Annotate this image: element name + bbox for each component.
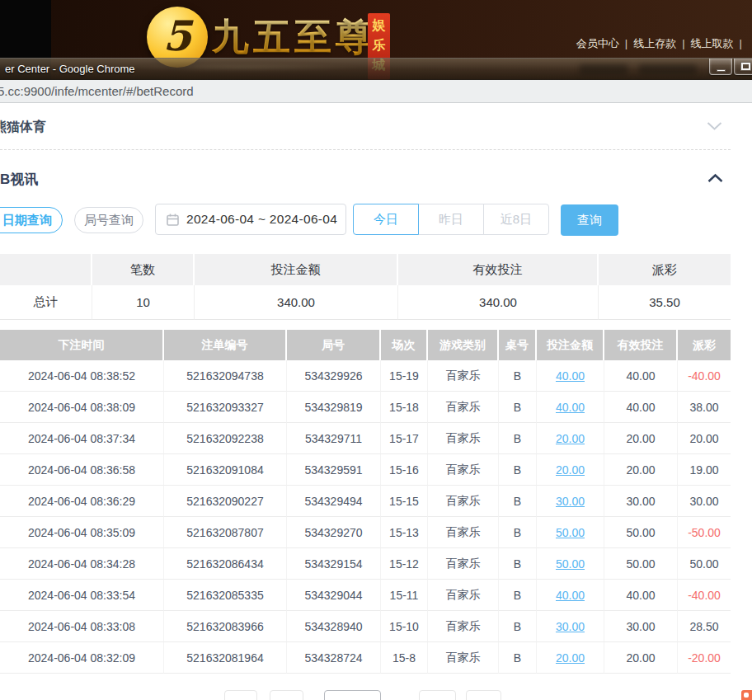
bet-amount-link[interactable]: 40.00 [556, 589, 585, 602]
chevron-down-icon[interactable] [707, 121, 722, 131]
url-text: 5.cc:9900/infe/mcenter/#/betRecord [0, 84, 194, 98]
table-cell: B [499, 517, 537, 548]
table-cell: B [499, 423, 537, 454]
table-cell: 40.00 [537, 360, 604, 392]
table-cell: 40.00 [604, 580, 678, 611]
table-row: 2024-06-04 08:33:08521632083966534328940… [0, 611, 731, 642]
table-cell: 2024-06-04 08:34:28 [0, 548, 164, 580]
table-cell: 百家乐 [428, 517, 499, 548]
table-cell: 40.00 [604, 392, 678, 423]
date-range-picker[interactable]: 2024-06-04 ~ 2024-06-04 [155, 204, 346, 235]
table-cell: 50.00 [604, 517, 678, 548]
table-cell: 534329044 [287, 580, 381, 611]
censored-text-block [580, 64, 627, 75]
nav-online-deposit[interactable]: 线上存款 [633, 37, 676, 49]
section-divider [0, 149, 731, 150]
summary-payout-value: 35.50 [599, 285, 731, 320]
table-cell: 百家乐 [428, 360, 499, 392]
bet-amount-link[interactable]: 20.00 [556, 651, 585, 665]
pagination-page-size-select[interactable] [324, 690, 381, 700]
table-cell: -40.00 [678, 360, 731, 392]
table-cell: 521632092238 [164, 423, 287, 454]
table-cell: 2024-06-04 08:33:08 [0, 611, 164, 642]
column-header: 下注时间 [0, 330, 164, 360]
table-cell: 534329591 [287, 454, 381, 486]
date-query-tab[interactable]: 日期查询 [0, 207, 63, 233]
table-cell: 40.00 [537, 580, 604, 611]
table-cell: 521632085335 [164, 580, 287, 611]
table-cell: 百家乐 [428, 486, 499, 517]
today-button[interactable]: 今日 [353, 204, 419, 235]
table-cell: 百家乐 [428, 392, 499, 423]
table-cell: B [499, 642, 537, 674]
bet-amount-link[interactable]: 40.00 [556, 369, 585, 383]
table-cell: 百家乐 [428, 580, 499, 611]
summary-table: 笔数 投注金额 有效投注 派彩 总计 10 340.00 340.00 35.5… [0, 254, 731, 320]
table-cell: 20.00 [604, 454, 678, 486]
yesterday-button[interactable]: 昨日 [418, 204, 484, 235]
table-cell: 521632087807 [164, 517, 287, 548]
badge-char: 娱 [373, 16, 386, 35]
brand-logo-text: 九五至尊 [212, 12, 377, 62]
quick-range-group: 今日 昨日 近8日 [353, 204, 549, 235]
maximize-icon [741, 63, 750, 70]
table-cell: 534328724 [287, 642, 381, 674]
bet-amount-link[interactable]: 20.00 [556, 432, 585, 445]
table-cell: 40.00 [604, 360, 678, 392]
table-cell: 30.00 [678, 486, 731, 517]
bet-amount-link[interactable]: 20.00 [556, 463, 585, 477]
last8days-button[interactable]: 近8日 [483, 204, 549, 235]
table-cell: 20.00 [604, 423, 678, 454]
section-panda-sports[interactable]: 熊猫体育 [0, 119, 46, 136]
column-header: 派彩 [678, 330, 731, 360]
table-cell: 百家乐 [428, 423, 499, 454]
bet-amount-link[interactable]: 30.00 [556, 495, 585, 508]
bet-amount-link[interactable]: 40.00 [556, 401, 585, 414]
table-cell: 2024-06-04 08:38:52 [0, 360, 164, 392]
address-bar[interactable]: 5.cc:9900/infe/mcenter/#/betRecord [0, 80, 752, 103]
pagination-button[interactable] [224, 690, 257, 700]
chevron-up-icon[interactable] [707, 173, 723, 183]
censored-text-block [639, 64, 697, 75]
pagination-button[interactable] [419, 690, 456, 700]
table-cell: 521632091084 [164, 454, 287, 486]
table-row: 2024-06-04 08:36:58521632091084534329591… [0, 454, 731, 486]
pagination-button[interactable] [466, 690, 501, 700]
nav-online-withdraw[interactable]: 线上取款 [691, 37, 734, 49]
table-cell: 2024-06-04 08:33:54 [0, 580, 164, 611]
summary-header-bet-amount: 投注金额 [195, 254, 398, 285]
maximize-button[interactable] [734, 59, 752, 75]
summary-total-label: 总计 [0, 285, 92, 320]
floating-service-button[interactable] [741, 690, 752, 700]
pagination-button[interactable] [270, 690, 303, 700]
round-query-tab[interactable]: 局号查询 [74, 207, 143, 233]
table-cell: 15-15 [381, 486, 428, 517]
table-cell: 2024-06-04 08:32:09 [0, 642, 164, 674]
table-cell: 20.00 [537, 642, 604, 674]
search-button[interactable]: 查询 [561, 204, 618, 236]
table-row: 2024-06-04 08:38:09521632093327534329819… [0, 392, 731, 423]
window-controls [707, 59, 752, 75]
minimize-button[interactable] [709, 59, 732, 75]
calendar-icon [167, 214, 179, 226]
service-icon [744, 693, 749, 698]
table-cell: B [499, 360, 537, 392]
nav-member-center[interactable]: 会员中心 [576, 37, 619, 49]
table-cell: 15-8 [381, 642, 428, 674]
table-cell: 50.00 [537, 517, 604, 548]
bet-amount-link[interactable]: 50.00 [556, 557, 585, 571]
table-cell: 50.00 [604, 548, 678, 580]
table-cell: 15-13 [381, 517, 428, 548]
date-range-value: 2024-06-04 ~ 2024-06-04 [186, 212, 337, 227]
table-cell: 2024-06-04 08:35:09 [0, 517, 164, 548]
table-row: 2024-06-04 08:36:29521632090227534329494… [0, 486, 731, 517]
bet-amount-link[interactable]: 30.00 [556, 620, 585, 633]
summary-header-count: 笔数 [92, 254, 195, 285]
table-cell: 15-18 [381, 392, 428, 423]
table-cell: -50.00 [678, 517, 731, 548]
section-bb-video[interactable]: B视讯 [0, 170, 38, 189]
window-titlebar[interactable]: er Center - Google Chrome [0, 58, 752, 80]
table-cell: 2024-06-04 08:37:34 [0, 423, 164, 454]
bet-amount-link[interactable]: 50.00 [556, 526, 585, 539]
table-cell: 15-17 [381, 423, 428, 454]
